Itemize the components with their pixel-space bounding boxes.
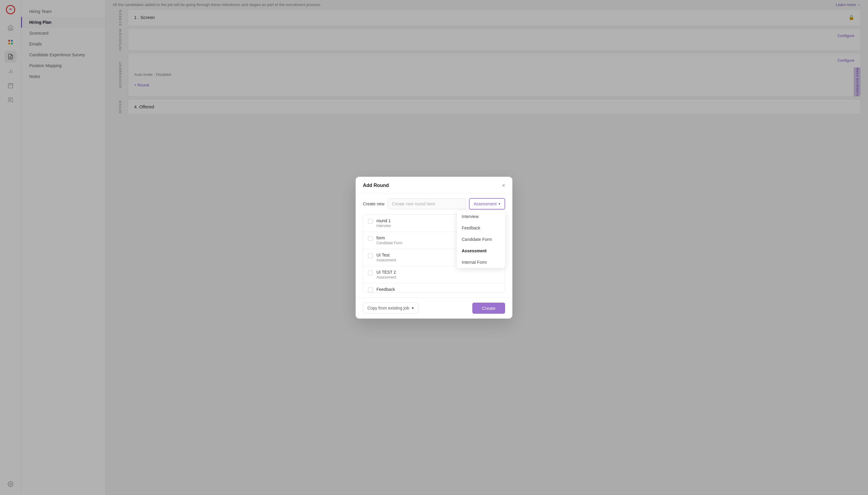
create-new-input[interactable] [388, 199, 466, 209]
create-button[interactable]: Create [472, 303, 505, 314]
create-new-label: Create new [363, 201, 384, 206]
round-info-uitest2: UI TEST 2 Assessment [376, 270, 396, 279]
type-dropdown-button[interactable]: Assessment ▾ [469, 198, 505, 209]
round-list-item[interactable]: UI TEST 2 Assessment [363, 266, 505, 283]
round-type: Interview [376, 224, 391, 228]
copy-from-dropdown[interactable]: Copy from existing job ▾ [363, 303, 418, 313]
dropdown-option-interview[interactable]: Interview [457, 211, 505, 222]
dropdown-option-assessment[interactable]: Assessment [457, 245, 505, 257]
round-info-form: form Candidate Form [376, 236, 402, 245]
modal-header: Add Round × [356, 177, 512, 193]
round-type: Assessment [376, 275, 396, 279]
round-list-item[interactable]: Feedback Feedback [363, 283, 505, 293]
round-checkbox-round1[interactable] [368, 219, 373, 224]
modal-title: Add Round [363, 183, 389, 188]
chevron-down-icon: ▾ [498, 202, 500, 206]
dropdown-option-feedback[interactable]: Feedback [457, 222, 505, 234]
modal-footer: Copy from existing job ▾ Create [356, 297, 512, 319]
round-name: round 1 [376, 218, 391, 223]
type-dropdown-menu: Interview Feedback Candidate Form Assess… [457, 211, 505, 268]
round-checkbox-uitest[interactable] [368, 253, 373, 258]
round-type: Feedback [376, 292, 395, 293]
modal-close-button[interactable]: × [502, 183, 505, 188]
add-round-modal: Add Round × Create new Assessment ▾ Inte… [356, 177, 512, 319]
type-dropdown-label: Assessment [474, 201, 497, 206]
round-type: Assessment [376, 258, 396, 262]
modal-body: Create new Assessment ▾ Interview Feedba… [356, 193, 512, 297]
dropdown-option-candidate-form[interactable]: Candidate Form [457, 234, 505, 245]
round-info-round1: round 1 Interview [376, 218, 391, 228]
round-checkbox-uitest2[interactable] [368, 270, 373, 275]
round-name: Feedback [376, 287, 395, 292]
modal-overlay[interactable]: Add Round × Create new Assessment ▾ Inte… [0, 0, 868, 495]
round-type: Candidate Form [376, 241, 402, 245]
round-info-uitest: UI Test Assessment [376, 253, 396, 262]
dropdown-option-internal-form[interactable]: Internal Form [457, 257, 505, 268]
round-checkbox-feedback[interactable] [368, 288, 373, 292]
round-name: UI TEST 2 [376, 270, 396, 275]
round-name: UI Test [376, 253, 396, 257]
round-info-feedback: Feedback Feedback [376, 287, 395, 293]
round-checkbox-form[interactable] [368, 236, 373, 241]
copy-from-label: Copy from existing job [367, 306, 409, 310]
copy-from-arrow-icon: ▾ [412, 306, 414, 310]
type-selector: Assessment ▾ Interview Feedback Candidat… [469, 198, 505, 209]
create-new-row: Create new Assessment ▾ Interview Feedba… [363, 198, 505, 209]
round-name: form [376, 236, 402, 240]
